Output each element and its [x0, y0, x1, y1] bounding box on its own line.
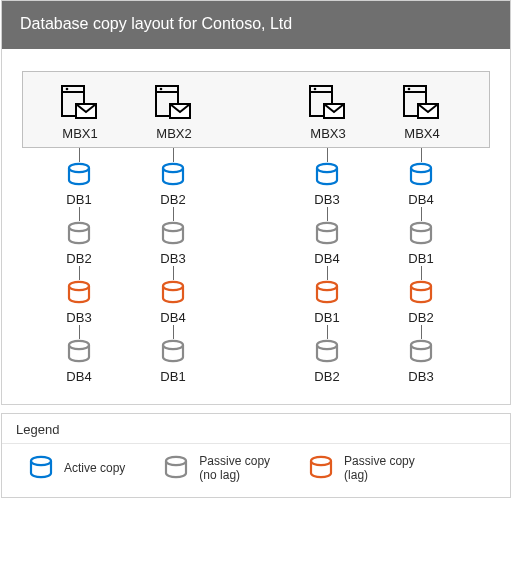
svg-point-2 [66, 88, 69, 91]
database-icon [308, 455, 334, 481]
server-icon [154, 84, 194, 120]
db-copy: DB1 [408, 207, 434, 266]
diagram-frame: Database copy layout for Contoso, Ltd MB… [1, 0, 511, 405]
db-label: DB2 [408, 310, 433, 325]
database-icon [160, 221, 186, 247]
db-copy: DB1 [66, 148, 92, 207]
svg-point-29 [411, 223, 431, 231]
db-label: DB1 [408, 251, 433, 266]
db-column: DB4 DB1 DB2 DB3 [374, 148, 468, 384]
db-copy: DB3 [160, 207, 186, 266]
db-column: DB1 DB2 DB3 DB4 [32, 148, 126, 384]
connector-line [173, 266, 174, 280]
legend-label: Active copy [64, 461, 125, 475]
server-icon-wrap [402, 82, 442, 120]
svg-point-14 [408, 88, 411, 91]
db-label: DB1 [160, 369, 185, 384]
connector-line [173, 325, 174, 339]
db-copy: DB2 [160, 148, 186, 207]
database-icon [408, 221, 434, 247]
db-copy: DB4 [408, 148, 434, 207]
svg-point-34 [311, 457, 331, 465]
legend-label: Passive copy (lag) [344, 454, 415, 483]
svg-point-18 [69, 282, 89, 290]
db-copy: DB1 [160, 325, 186, 384]
svg-point-6 [160, 88, 163, 91]
db-label: DB4 [408, 192, 433, 207]
svg-point-21 [163, 223, 183, 231]
svg-point-23 [163, 341, 183, 349]
database-icon [160, 280, 186, 306]
svg-point-22 [163, 282, 183, 290]
legend-title: Legend [2, 414, 510, 444]
db-label: DB2 [160, 192, 185, 207]
legend-label: Passive copy (no lag) [199, 454, 270, 483]
database-icon [66, 339, 92, 365]
svg-point-31 [411, 341, 431, 349]
db-label: DB2 [66, 251, 91, 266]
server-label: MBX3 [310, 126, 345, 141]
db-copy: DB2 [408, 266, 434, 325]
connector-line [173, 148, 174, 162]
db-copy: DB3 [66, 266, 92, 325]
server-column: MBX1 [33, 82, 127, 141]
db-label: DB3 [160, 251, 185, 266]
svg-point-28 [411, 164, 431, 172]
db-copy: DB4 [314, 207, 340, 266]
svg-point-24 [317, 164, 337, 172]
page-title: Database copy layout for Contoso, Ltd [2, 1, 510, 49]
svg-point-16 [69, 164, 89, 172]
server-label: MBX2 [156, 126, 191, 141]
db-copy: DB4 [160, 266, 186, 325]
database-icon [314, 162, 340, 188]
diagram-canvas: MBX1 MBX2 MBX3 MBX4 [2, 49, 510, 404]
server-column: MBX3 [281, 82, 375, 141]
database-icon [66, 162, 92, 188]
connector-line [327, 325, 328, 339]
legend-row: Active copy Passive copy (no lag) Passiv… [2, 444, 510, 497]
connector-line [327, 207, 328, 221]
db-label: DB1 [66, 192, 91, 207]
server-column: MBX2 [127, 82, 221, 141]
db-label: DB4 [314, 251, 339, 266]
legend-item: Active copy [28, 455, 125, 481]
db-copy: DB2 [314, 325, 340, 384]
db-label: DB3 [408, 369, 433, 384]
database-icon [160, 339, 186, 365]
server-icon-wrap [308, 82, 348, 120]
database-icon [66, 280, 92, 306]
connector-line [79, 148, 80, 162]
database-icon [160, 162, 186, 188]
svg-point-26 [317, 282, 337, 290]
svg-point-10 [314, 88, 317, 91]
db-label: DB4 [66, 369, 91, 384]
svg-point-17 [69, 223, 89, 231]
db-label: DB4 [160, 310, 185, 325]
connector-line [79, 325, 80, 339]
db-label: DB2 [314, 369, 339, 384]
db-copy: DB2 [66, 207, 92, 266]
svg-rect-5 [156, 86, 178, 92]
svg-point-30 [411, 282, 431, 290]
servers-group: MBX1 MBX2 MBX3 MBX4 [22, 71, 490, 148]
legend-panel: Legend Active copy Passive copy (no lag)… [1, 413, 511, 498]
legend-item: Passive copy (no lag) [163, 454, 270, 483]
connector-line [327, 148, 328, 162]
connector-line [79, 266, 80, 280]
database-icon [314, 221, 340, 247]
db-label: DB3 [314, 192, 339, 207]
svg-point-20 [163, 164, 183, 172]
svg-point-32 [31, 457, 51, 465]
db-column: DB3 DB4 DB1 DB2 [280, 148, 374, 384]
connector-line [421, 266, 422, 280]
database-icon [314, 280, 340, 306]
db-label: DB3 [66, 310, 91, 325]
legend-item: Passive copy (lag) [308, 454, 415, 483]
connector-line [327, 266, 328, 280]
database-icon [163, 455, 189, 481]
server-icon-wrap [60, 82, 100, 120]
db-column: DB2 DB3 DB4 DB1 [126, 148, 220, 384]
connector-line [421, 148, 422, 162]
svg-rect-9 [310, 86, 332, 92]
svg-rect-1 [62, 86, 84, 92]
